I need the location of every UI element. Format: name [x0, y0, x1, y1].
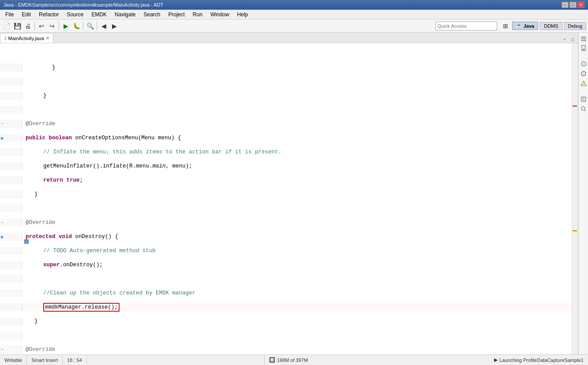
title-bar: Java - EMDKSample/src/com/symbol/emdksam…	[0, 0, 588, 10]
code-editor[interactable]: } } − @Override ▶ public boolean onCreat…	[0, 43, 572, 354]
line-content	[22, 106, 572, 114]
panel-btn-1[interactable]	[580, 34, 588, 42]
line-content: @Override	[22, 346, 572, 354]
code-line: }	[0, 92, 572, 100]
java-perspective-button[interactable]: ☕ Java	[512, 22, 538, 30]
menu-refactor[interactable]: Refactor	[35, 11, 62, 19]
back-button[interactable]: ◀	[99, 21, 109, 31]
menu-file[interactable]: File	[2, 11, 17, 19]
line-gutter	[0, 190, 22, 198]
maximize-button[interactable]: □	[569, 2, 577, 8]
fold-icon[interactable]: −	[1, 220, 4, 225]
ddms-perspective-button[interactable]: DDMS	[540, 22, 562, 30]
line-content: }	[22, 63, 572, 71]
panel-btn-7[interactable]	[580, 105, 588, 113]
svg-rect-8	[581, 40, 586, 41]
line-gutter	[0, 78, 22, 86]
code-line: − @Override	[0, 346, 572, 354]
panel-btn-4[interactable]: !	[580, 70, 588, 78]
overview-ruler	[572, 43, 578, 354]
line-content: emdkManager.release();	[22, 303, 572, 311]
toolbar-sep-1	[34, 22, 35, 30]
panel-btn-6[interactable]	[580, 95, 588, 103]
panel-btn-5[interactable]: !	[580, 79, 588, 87]
new-button[interactable]: 📄	[2, 21, 11, 31]
launch-icon: ▶	[494, 357, 498, 363]
debug-perspective-button[interactable]: Debug	[564, 22, 586, 30]
panel-btn-2[interactable]	[580, 44, 588, 52]
minimize-editor-button[interactable]: −	[561, 36, 568, 43]
main-activity-tab[interactable]: J MainActivity.java ✕	[0, 33, 53, 43]
print-button[interactable]: 🖨	[23, 21, 33, 31]
menu-window[interactable]: Window	[207, 11, 233, 19]
code-line: super.onDestroy();	[0, 261, 572, 269]
svg-text:i: i	[583, 62, 584, 66]
editor-tabs: J MainActivity.java ✕ − □	[0, 33, 578, 43]
code-line: getMenuInflater().inflate(R.menu.main, m…	[0, 162, 572, 170]
line-gutter	[0, 275, 22, 283]
line-content: }	[22, 317, 572, 325]
menu-run[interactable]: Run	[189, 11, 206, 19]
debug-label: Debug	[568, 23, 582, 29]
code-line: //Clean up the objects created by EMDK m…	[0, 289, 572, 297]
forward-button[interactable]: ▶	[109, 21, 119, 31]
line-gutter: −	[0, 346, 22, 354]
line-content: // TODO Auto-generated method stub	[22, 247, 572, 255]
line-gutter	[0, 92, 22, 100]
save-button[interactable]: 💾	[12, 21, 22, 31]
menu-help[interactable]: Help	[234, 11, 252, 19]
line-content: @Override	[22, 120, 572, 128]
run-button[interactable]: ▶	[61, 21, 71, 31]
fold-icon[interactable]: −	[1, 121, 4, 127]
code-line	[0, 205, 572, 212]
code-line: }	[0, 190, 572, 198]
line-content: }	[22, 92, 572, 100]
line-content: // Inflate the menu; this adds items to …	[22, 148, 572, 156]
menu-navigate[interactable]: Navigate	[111, 11, 139, 19]
line-content: //Clean up the objects created by EMDK m…	[22, 289, 572, 297]
editor-controls: − □	[561, 36, 578, 43]
toolbar-right-buttons: ⊞ ☕ Java DDMS Debug	[501, 21, 586, 31]
menu-edit[interactable]: Edit	[18, 11, 34, 19]
undo-button[interactable]: ↩	[37, 21, 46, 31]
status-launch: ▶ Launching ProfileDataCaptureSample1	[490, 355, 588, 365]
code-line: − @Override	[0, 219, 572, 227]
warning-marker	[573, 230, 577, 231]
line-gutter: ▶	[0, 134, 22, 142]
cursor-position-label: 18 : 54	[67, 358, 82, 363]
menu-search[interactable]: Search	[140, 11, 164, 19]
line-content: @Override	[22, 219, 572, 227]
maximize-editor-button[interactable]: □	[569, 36, 576, 43]
redo-button[interactable]: ↪	[47, 21, 57, 31]
minimize-button[interactable]: −	[562, 2, 569, 8]
tab-close-button[interactable]: ✕	[46, 36, 49, 41]
code-line	[0, 331, 572, 339]
menu-source[interactable]: Source	[63, 11, 87, 19]
search-button[interactable]: 🔍	[85, 21, 95, 31]
java-icon: ☕	[516, 23, 522, 29]
line-gutter	[0, 176, 22, 184]
menu-emdk[interactable]: EMDK	[88, 11, 110, 19]
gutter-arrow: ▶	[1, 135, 4, 142]
writable-label: Writable	[4, 358, 22, 363]
quick-access-input[interactable]	[435, 22, 497, 30]
memory-label: 168M of 397M	[277, 358, 308, 363]
svg-rect-6	[581, 37, 586, 37]
line-gutter: −	[0, 120, 22, 128]
menu-project[interactable]: Project	[165, 11, 188, 19]
code-line: − @Override	[0, 120, 572, 128]
panel-btn-3[interactable]: i	[580, 60, 588, 68]
close-button[interactable]: ✕	[577, 2, 584, 8]
line-content	[22, 331, 572, 339]
fold-icon[interactable]: −	[1, 347, 4, 352]
editor-pane: J MainActivity.java ✕ − □ } } − @Overrid…	[0, 33, 578, 354]
debug-button[interactable]: 🐛	[71, 21, 81, 31]
open-perspective-button[interactable]: ⊞	[501, 21, 510, 31]
status-bar: Writable Smart Insert 18 : 54 🔲 168M of …	[0, 354, 588, 365]
code-line: // TODO Auto-generated method stub	[0, 247, 572, 255]
status-memory: 🔲 168M of 397M	[264, 355, 312, 365]
svg-point-21	[581, 107, 585, 110]
java-label: Java	[524, 23, 534, 29]
menu-bar: File Edit Refactor Source EMDK Navigate …	[0, 10, 588, 19]
code-line: }	[0, 317, 572, 325]
